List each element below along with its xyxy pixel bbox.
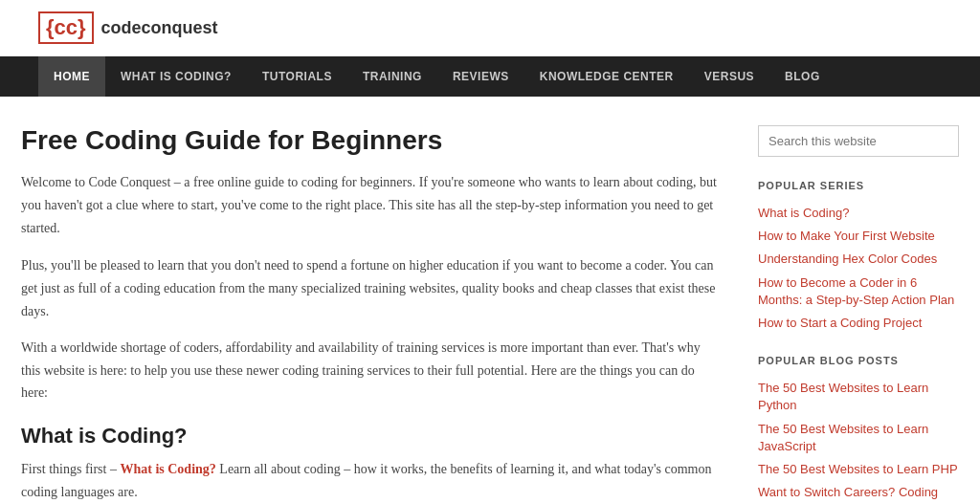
list-item: The 50 Best Websites to Learn Python bbox=[758, 380, 959, 414]
list-item: Want to Switch Careers? Coding May Be th… bbox=[758, 484, 959, 503]
list-item: The 50 Best Websites to Learn JavaScript bbox=[758, 421, 959, 455]
section-paragraph-1: First things first – What is Coding? Lea… bbox=[21, 458, 720, 503]
main-nav: HOME WHAT IS CODING? TUTORIALS TRAINING … bbox=[0, 56, 980, 97]
page-title: Free Coding Guide for Beginners bbox=[21, 125, 720, 156]
logo-text-bold: conquest bbox=[142, 18, 218, 37]
series-link-3[interactable]: Understanding Hex Color Codes bbox=[758, 252, 937, 266]
list-item: What is Coding? bbox=[758, 205, 959, 222]
intro-paragraph-3: With a worldwide shortage of coders, aff… bbox=[21, 337, 720, 405]
nav-link-versus[interactable]: VERSUS bbox=[689, 56, 769, 97]
list-item: The 50 Best Websites to Learn PHP bbox=[758, 461, 959, 478]
list-item: How to Make Your First Website bbox=[758, 228, 959, 245]
section-heading-what-is-coding: What is Coding? bbox=[21, 424, 720, 448]
blog-link-3[interactable]: The 50 Best Websites to Learn PHP bbox=[758, 462, 958, 476]
nav-item-training[interactable]: TRAINING bbox=[347, 56, 437, 97]
nav-link-blog[interactable]: BLOG bbox=[769, 56, 835, 97]
nav-item-reviews[interactable]: REVIEWS bbox=[437, 56, 524, 97]
site-header: {cc} codeconquest bbox=[0, 0, 980, 56]
list-item: How to Become a Coder in 6 Months: a Ste… bbox=[758, 274, 959, 309]
nav-item-what-is-coding[interactable]: WHAT IS CODING? bbox=[105, 56, 247, 97]
nav-link-what-is-coding[interactable]: WHAT IS CODING? bbox=[105, 56, 247, 97]
nav-item-knowledge[interactable]: KNOWLEDGE CENTER bbox=[524, 56, 689, 97]
logo[interactable]: {cc} codeconquest bbox=[38, 11, 218, 44]
nav-item-home[interactable]: HOME bbox=[38, 56, 105, 97]
blog-link-2[interactable]: The 50 Best Websites to Learn JavaScript bbox=[758, 422, 928, 453]
popular-series-list: What is Coding? How to Make Your First W… bbox=[758, 205, 959, 332]
sidebar: POPULAR SERIES What is Coding? How to Ma… bbox=[758, 125, 959, 503]
list-item: How to Start a Coding Project bbox=[758, 315, 959, 332]
nav-link-knowledge[interactable]: KNOWLEDGE CENTER bbox=[524, 56, 689, 97]
nav-link-tutorials[interactable]: TUTORIALS bbox=[247, 56, 347, 97]
search-input[interactable] bbox=[758, 125, 959, 157]
series-link-4[interactable]: How to Become a Coder in 6 Months: a Ste… bbox=[758, 275, 954, 307]
logo-text: codeconquest bbox=[101, 18, 218, 38]
nav-link-reviews[interactable]: REVIEWS bbox=[437, 56, 524, 97]
series-link-1[interactable]: What is Coding? bbox=[758, 206, 849, 220]
series-link-5[interactable]: How to Start a Coding Project bbox=[758, 316, 922, 330]
nav-link-training[interactable]: TRAINING bbox=[347, 56, 437, 97]
nav-item-tutorials[interactable]: TUTORIALS bbox=[247, 56, 347, 97]
logo-icon: {cc} bbox=[38, 11, 94, 44]
content-wrapper: Free Coding Guide for Beginners Welcome … bbox=[2, 97, 978, 503]
nav-item-versus[interactable]: VERSUS bbox=[689, 56, 769, 97]
popular-blog-section: POPULAR BLOG POSTS The 50 Best Websites … bbox=[758, 355, 959, 503]
nav-item-blog[interactable]: BLOG bbox=[769, 56, 835, 97]
blog-link-4[interactable]: Want to Switch Careers? Coding May Be th… bbox=[758, 485, 938, 503]
popular-series-title: POPULAR SERIES bbox=[758, 180, 959, 195]
logo-text-regular: code bbox=[101, 18, 142, 37]
series-link-2[interactable]: How to Make Your First Website bbox=[758, 229, 935, 243]
main-content: Free Coding Guide for Beginners Welcome … bbox=[21, 125, 720, 503]
section-p1-before: First things first – bbox=[21, 462, 120, 476]
list-item: Understanding Hex Color Codes bbox=[758, 251, 959, 268]
popular-series-section: POPULAR SERIES What is Coding? How to Ma… bbox=[758, 180, 959, 332]
what-is-coding-inline-link[interactable]: What is Coding? bbox=[120, 462, 215, 476]
nav-link-home[interactable]: HOME bbox=[38, 56, 105, 97]
blog-link-1[interactable]: The 50 Best Websites to Learn Python bbox=[758, 381, 928, 412]
intro-paragraph-2: Plus, you'll be pleased to learn that yo… bbox=[21, 254, 720, 322]
intro-paragraph-1: Welcome to Code Conquest – a free online… bbox=[21, 171, 720, 239]
nav-list: HOME WHAT IS CODING? TUTORIALS TRAINING … bbox=[38, 56, 942, 97]
popular-blog-list: The 50 Best Websites to Learn Python The… bbox=[758, 380, 959, 503]
popular-blog-title: POPULAR BLOG POSTS bbox=[758, 355, 959, 370]
